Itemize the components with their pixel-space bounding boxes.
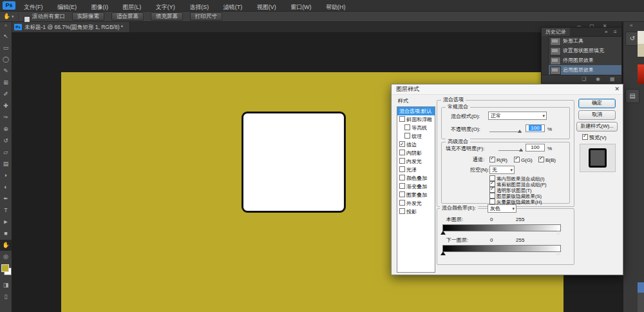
eyedropper-tool-icon[interactable]: ✐ bbox=[0, 89, 12, 100]
fill-screen-button[interactable]: 填充屏幕 bbox=[151, 12, 183, 21]
style-checkbox[interactable] bbox=[399, 191, 405, 197]
gradient-tool-icon[interactable]: ▤ bbox=[0, 159, 12, 170]
blur-tool-icon[interactable]: ◗ bbox=[0, 170, 12, 181]
style-checkbox[interactable] bbox=[399, 166, 405, 172]
style-item-outer-glow[interactable]: 外发光 bbox=[397, 199, 435, 208]
style-item-drop-shadow[interactable]: 投影 bbox=[397, 208, 435, 216]
preview-checkbox[interactable]: 预览(V) bbox=[582, 134, 607, 141]
style-checkbox[interactable] bbox=[399, 158, 405, 164]
style-item-stroke[interactable]: 描边 bbox=[397, 141, 435, 149]
delete-state-icon[interactable]: ▦ bbox=[610, 75, 615, 83]
style-checkbox[interactable] bbox=[399, 175, 405, 180]
history-source-well[interactable] bbox=[542, 65, 549, 75]
style-item-color-overlay[interactable]: 颜色叠加 bbox=[397, 174, 435, 182]
expand-panels-icon[interactable]: « bbox=[630, 23, 632, 28]
move-tool-icon[interactable]: ↖ bbox=[0, 31, 12, 42]
print-size-button[interactable]: 打印尺寸 bbox=[190, 12, 222, 21]
lasso-tool-icon[interactable]: ◯ bbox=[0, 54, 12, 65]
dialog-title-bar[interactable]: 图层样式 ✕ bbox=[392, 84, 623, 95]
hand-tool-icon[interactable]: ✋ bbox=[0, 240, 12, 251]
healing-brush-tool-icon[interactable]: ✚ bbox=[0, 101, 12, 112]
opacity-slider-thumb[interactable] bbox=[518, 130, 522, 133]
ok-button[interactable]: 确定 bbox=[578, 99, 616, 108]
color-swatches[interactable] bbox=[0, 264, 12, 276]
channel-g-checkbox[interactable]: G(G) bbox=[514, 157, 533, 164]
channel-b-checkbox[interactable]: B(B) bbox=[538, 157, 556, 164]
history-source-well[interactable] bbox=[542, 55, 549, 65]
style-item-inner-shadow[interactable]: 内阴影 bbox=[397, 149, 435, 157]
new-style-button[interactable]: 新建样式(W)... bbox=[576, 122, 618, 132]
style-checkbox[interactable] bbox=[404, 124, 410, 130]
blending-options-title: 混合选项 bbox=[441, 97, 466, 103]
tool-preset-caret-icon[interactable]: ▾ bbox=[12, 12, 14, 21]
blend-if-select[interactable]: 灰色 ▾ bbox=[488, 204, 516, 213]
knockout-select[interactable]: 无 ▾ bbox=[489, 166, 515, 174]
style-item-pattern-overlay[interactable]: 图案叠加 bbox=[397, 191, 435, 199]
dodge-tool-icon[interactable]: ◐ bbox=[0, 182, 12, 193]
new-snapshot-icon[interactable]: ◉ bbox=[596, 75, 600, 83]
clone-stamp-tool-icon[interactable]: ⊕ bbox=[0, 124, 12, 135]
style-item-inner-glow[interactable]: 内发光 bbox=[397, 157, 435, 166]
this-layer-gradient-bar[interactable] bbox=[442, 224, 561, 231]
style-checkbox[interactable] bbox=[404, 133, 410, 139]
actual-pixels-button[interactable]: 实际像素 bbox=[72, 12, 104, 21]
style-checkbox[interactable] bbox=[399, 116, 405, 122]
underlying-gradient-bar[interactable] bbox=[442, 245, 561, 252]
style-checkbox[interactable] bbox=[399, 200, 405, 206]
dialog-close-icon[interactable]: ✕ bbox=[614, 84, 620, 94]
style-checkbox[interactable] bbox=[399, 150, 405, 155]
underlying-black-thumb[interactable] bbox=[440, 251, 446, 255]
style-item-blending-options[interactable]: 混合选项:默认 bbox=[397, 107, 435, 115]
fit-screen-button[interactable]: 适合屏幕 bbox=[111, 12, 144, 21]
style-item-bevel-emboss[interactable]: 斜面和浮雕 bbox=[397, 115, 435, 124]
style-item-satin[interactable]: 光泽 bbox=[397, 166, 435, 174]
new-document-from-state-icon[interactable]: ❏ bbox=[582, 75, 586, 83]
panel-menu-icon[interactable]: ≡ bbox=[614, 28, 617, 36]
collapse-panel-icon[interactable]: » bbox=[605, 28, 607, 36]
history-state-row[interactable]: 停用图层效果 bbox=[542, 55, 621, 65]
cancel-button[interactable]: 取消 bbox=[578, 110, 616, 120]
style-checkbox[interactable] bbox=[399, 141, 405, 147]
marquee-tool-icon[interactable]: ▭ bbox=[0, 43, 12, 54]
screen-mode-icon[interactable]: ▯ bbox=[0, 291, 12, 302]
style-item-contour[interactable]: 等高线 bbox=[397, 124, 435, 132]
general-blending-title: 常规混合 bbox=[446, 104, 470, 110]
underlying-white-thumb[interactable] bbox=[556, 251, 561, 255]
eraser-tool-icon[interactable]: ▱ bbox=[0, 147, 12, 158]
clipped-panel-sliver bbox=[638, 44, 644, 57]
history-state-row[interactable]: 矩形工具 bbox=[542, 36, 621, 46]
opacity-value-field[interactable]: 100 bbox=[526, 124, 545, 132]
fill-opacity-value-field[interactable]: 100 bbox=[526, 144, 545, 151]
style-checkbox[interactable] bbox=[399, 208, 405, 214]
this-layer-black-thumb[interactable] bbox=[440, 231, 446, 235]
type-tool-icon[interactable]: T bbox=[0, 205, 12, 216]
underlying-min: 0 bbox=[490, 237, 493, 244]
zoom-tool-icon[interactable]: ◎ bbox=[0, 251, 12, 262]
history-panel-title[interactable]: 历史记录 bbox=[542, 28, 570, 36]
history-state-row[interactable]: 设置形状图层填充 bbox=[542, 46, 621, 55]
dropdown-caret-icon: ▾ bbox=[512, 205, 515, 212]
fill-opacity-slider-thumb[interactable] bbox=[519, 148, 523, 151]
document-tab[interactable]: Ps 未标题-1 @ 66.7%(圆角矩形 1, RGB/8) * bbox=[12, 22, 130, 32]
style-checkbox[interactable] bbox=[399, 183, 405, 189]
this-layer-white-thumb[interactable] bbox=[556, 231, 561, 235]
channel-r-checkbox[interactable]: R(R) bbox=[489, 157, 507, 164]
foreground-color-swatch[interactable] bbox=[1, 264, 9, 272]
history-brush-tool-icon[interactable]: ↺ bbox=[0, 135, 12, 146]
opacity-slider[interactable] bbox=[489, 132, 522, 132]
collapsed-panel-button[interactable]: ▤ bbox=[625, 89, 639, 103]
separator bbox=[19, 13, 20, 20]
pen-tool-icon[interactable]: ✒ bbox=[0, 193, 12, 204]
path-select-tool-icon[interactable]: ► bbox=[0, 217, 12, 228]
crop-tool-icon[interactable]: ⊞ bbox=[0, 77, 12, 88]
blend-mode-select[interactable]: 正常 ▾ bbox=[488, 112, 547, 120]
history-state-row[interactable]: 启用图层效果 bbox=[542, 65, 621, 75]
shape-tool-icon[interactable]: ■ bbox=[0, 228, 12, 239]
history-source-well[interactable] bbox=[542, 36, 549, 46]
quick-mask-icon[interactable]: ◨ bbox=[0, 280, 12, 291]
brush-tool-icon[interactable]: ✑ bbox=[0, 112, 12, 123]
toolbar-collapse-icon[interactable]: » bbox=[0, 22, 12, 30]
history-source-well[interactable] bbox=[542, 46, 549, 55]
style-item-gradient-overlay[interactable]: 渐变叠加 bbox=[397, 182, 435, 191]
quick-select-tool-icon[interactable]: ✎ bbox=[0, 66, 12, 77]
